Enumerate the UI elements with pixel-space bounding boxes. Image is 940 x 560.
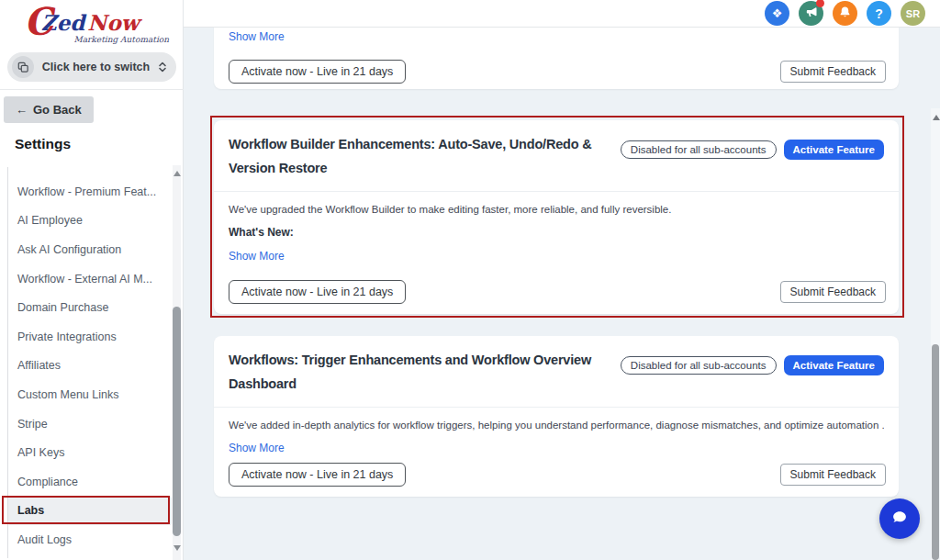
question-mark-icon: ? [875,6,883,21]
submit-feedback-button[interactable]: Submit Feedback [780,61,886,83]
labs-content: Show More Activate now - Live in 21 days… [184,28,940,560]
settings-heading: Settings [15,136,71,152]
settings-menu: Workflow - Premium Feat... AI Employee A… [8,177,172,554]
sidebar-item-label: Labs [17,504,44,517]
top-bar: ❖ ? SR [184,0,940,28]
sidebar-item-label: Custom Menu Links [17,388,118,401]
sidebar-item-affiliates[interactable]: Affiliates [8,352,172,381]
avatar-initials: SR [906,8,920,19]
card-divider [214,191,899,192]
show-more-link[interactable]: Show More [229,442,285,454]
status-badge: Disabled for all sub-accounts [621,356,777,375]
avatar[interactable]: SR [901,1,925,26]
sidebar-item-label: Domain Purchase [17,301,108,314]
sidebar-item-label: Ask AI Configuration [17,243,121,256]
feature-description: We've upgraded the Workflow Builder to m… [229,204,884,215]
scroll-up-arrow-icon[interactable] [173,171,181,176]
card-divider [214,407,899,408]
feature-title: Workflows: Trigger Enhancements and Work… [229,348,621,396]
sidebar-item-audit-logs[interactable]: Audit Logs [8,525,172,554]
apps-icon: ❖ [772,6,783,20]
sidebar-divider [0,89,184,90]
logo-swoosh-icon: C [22,2,55,41]
sidebar-item-label: Workflow - Premium Feat... [17,185,156,198]
chevron-up-down-icon [158,61,167,73]
quick-actions-button[interactable]: ❖ [765,1,789,26]
feature-card-top-partial: Show More Activate now - Live in 21 days… [214,28,899,89]
megaphone-icon [804,6,818,22]
scroll-up-arrow-icon[interactable] [933,115,940,120]
activate-now-button[interactable]: Activate now - Live in 21 days [229,463,406,487]
back-arrow-icon: ← [16,103,28,117]
feature-title: Workflow Builder Enhancements: Auto-Save… [229,132,621,180]
notification-dot [816,0,824,7]
sidebar-item-stripe[interactable]: Stripe [8,409,172,439]
app-window: C Zed Now Marketing Automation Click her… [0,0,940,560]
sidebar-item-workflow-external-ai[interactable]: Workflow - External AI M... [8,264,172,294]
sidebar-item-labs[interactable]: Labs [8,497,172,526]
chat-widget-button[interactable] [879,498,920,539]
sidebar-item-label: Private Integrations [17,330,117,343]
logo-text-secondary: Now [87,10,139,35]
switch-account-icon [12,56,34,78]
content-scrollbar-thumb[interactable] [932,344,939,560]
submit-feedback-button[interactable]: Submit Feedback [780,281,886,303]
sidebar-item-compliance[interactable]: Compliance [8,467,172,497]
show-more-link[interactable]: Show More [229,30,285,43]
bell-icon [838,6,852,22]
sidebar: C Zed Now Marketing Automation Click her… [0,0,184,560]
account-switcher-button[interactable]: Click here to switch [7,52,176,82]
help-button[interactable]: ? [867,1,891,26]
sidebar-item-label: AI Employee [17,214,83,227]
go-back-label: Go Back [33,103,82,117]
sidebar-item-label: Audit Logs [17,533,72,546]
sidebar-scrollbar-thumb[interactable] [173,307,181,536]
sidebar-item-label: Affiliates [17,359,61,372]
go-back-button[interactable]: ← Go Back [4,96,94,123]
activate-now-button[interactable]: Activate now - Live in 21 days [229,280,406,304]
brand-logo: C Zed Now Marketing Automation [24,4,171,44]
announcements-button[interactable] [799,1,823,26]
activate-feature-button[interactable]: Activate Feature [784,355,884,375]
account-switcher-label: Click here to switch [34,61,158,73]
sidebar-item-label: API Keys [17,446,64,459]
sidebar-item-label: Stripe [17,418,48,431]
feature-description: We've added in-depth analytics for workf… [229,420,884,431]
sidebar-item-workflow-premium[interactable]: Workflow - Premium Feat... [8,177,172,207]
sidebar-item-ai-employee[interactable]: AI Employee [8,207,172,236]
chat-bubble-icon [890,508,910,531]
activate-feature-button[interactable]: Activate Feature [784,140,884,160]
sidebar-item-label: Compliance [17,476,78,488]
feature-card-trigger-enhancements: Workflows: Trigger Enhancements and Work… [214,336,899,497]
sidebar-item-api-keys[interactable]: API Keys [8,438,172,467]
sidebar-item-private-integrations[interactable]: Private Integrations [8,322,172,352]
feature-card-workflow-builder: Workflow Builder Enhancements: Auto-Save… [214,120,899,314]
submit-feedback-button[interactable]: Submit Feedback [780,464,886,486]
sidebar-item-custom-menu-links[interactable]: Custom Menu Links [8,380,172,409]
sidebar-item-label: Workflow - External AI M... [17,273,152,286]
scroll-down-arrow-icon[interactable] [173,545,181,551]
notifications-button[interactable] [833,1,857,26]
sidebar-item-ask-ai-configuration[interactable]: Ask AI Configuration [8,235,172,264]
whats-new-label: What's New: [229,226,884,239]
top-bar-icons: ❖ ? SR [765,1,925,26]
show-more-link[interactable]: Show More [229,250,285,263]
sidebar-item-domain-purchase[interactable]: Domain Purchase [8,293,172,322]
status-badge: Disabled for all sub-accounts [621,140,777,159]
activate-now-button[interactable]: Activate now - Live in 21 days [229,60,406,84]
